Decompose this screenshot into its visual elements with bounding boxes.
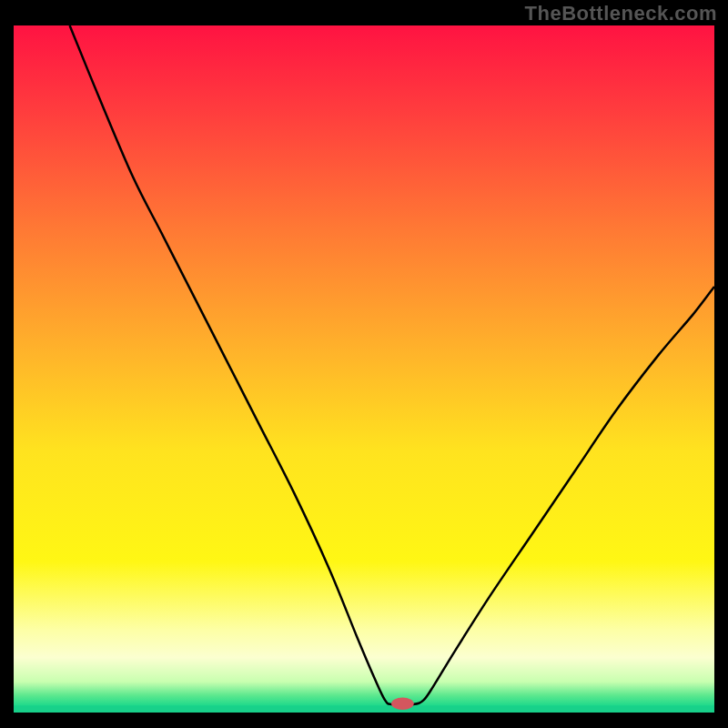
baseline-bar xyxy=(14,705,714,713)
chart-frame: TheBottleneck.com xyxy=(0,0,728,728)
gradient-background xyxy=(14,25,714,713)
chart-svg xyxy=(14,25,714,713)
optimal-point-marker xyxy=(391,697,414,710)
chart-plot-area xyxy=(14,25,714,713)
watermark-text: TheBottleneck.com xyxy=(525,2,717,25)
